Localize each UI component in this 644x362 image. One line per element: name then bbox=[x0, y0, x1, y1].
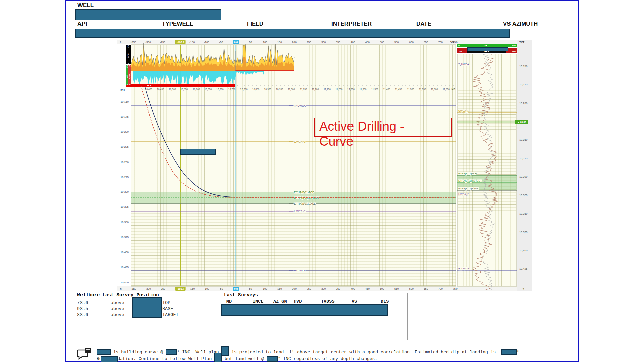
vs-tick-label: -100 bbox=[204, 41, 209, 44]
tvd-tick-label: 10,425 bbox=[117, 266, 129, 269]
header-label-date: DATE bbox=[416, 21, 431, 27]
md-tick-label: 10,400 bbox=[145, 88, 152, 90]
tvt-depth-label: 10,425 bbox=[519, 267, 527, 270]
vs-marker-0.8: 0.8 bbox=[233, 287, 239, 291]
vs-tick-label: 750 bbox=[453, 287, 457, 290]
gamc-strip-scale-min: 0 bbox=[129, 84, 131, 85]
md-tick-label: 11,150 bbox=[324, 88, 331, 90]
survey-position-redaction bbox=[132, 297, 162, 318]
gr-scale-max: 200 bbox=[512, 44, 516, 47]
tvd-tick-label: 10,450 bbox=[117, 281, 129, 284]
md-axis-title: MD bbox=[452, 88, 455, 90]
vs-marker-0.8: 0.8 bbox=[233, 40, 239, 44]
last-surveys-col-tvd: TVD bbox=[293, 299, 302, 304]
well-label: WELL bbox=[77, 2, 94, 9]
vs-tick-label: 700 bbox=[438, 287, 443, 290]
vs-tick-label: 50 bbox=[249, 41, 252, 44]
last-surveys-redaction bbox=[221, 304, 388, 316]
vs-tick-label: 650 bbox=[424, 287, 428, 290]
md-tick-label: 11,300 bbox=[360, 88, 367, 90]
comment-line-2: Recommendation: Continue to follow Well … bbox=[97, 355, 377, 362]
table-divider bbox=[215, 293, 215, 340]
well-name-redaction bbox=[75, 9, 221, 20]
tvt-depth-label: 10,200 bbox=[519, 102, 527, 105]
vs-tick-label: 150 bbox=[277, 287, 282, 290]
last-surveys-col-md: MD bbox=[226, 299, 232, 304]
gr-strip-scale-min: 0 bbox=[126, 84, 128, 85]
vs-tick-label: 550 bbox=[394, 287, 399, 290]
vs-tick-label: 200 bbox=[292, 287, 297, 290]
tvt-depth-label: 10,325 bbox=[519, 194, 527, 197]
survey-relation: above bbox=[111, 300, 124, 305]
header-label-field: FIELD bbox=[247, 21, 263, 27]
gr-strip-scale: 250GR0 bbox=[126, 65, 128, 85]
comment-icon[interactable] bbox=[77, 347, 92, 361]
type-log-track[interactable] bbox=[457, 54, 517, 287]
survey-reference: TARGET bbox=[162, 312, 179, 317]
last-surveys-col-az-gn: AZ GN bbox=[273, 299, 287, 304]
md-tick-label: 11,600 bbox=[431, 88, 438, 90]
cross-section-plot[interactable] bbox=[131, 44, 456, 287]
vs-axis-unit: ft bbox=[120, 41, 121, 44]
tvd-tick-label: 10,400 bbox=[117, 251, 129, 254]
survey-relation: above bbox=[111, 312, 124, 317]
gr-scale-name: GR bbox=[484, 44, 487, 47]
md-tick-label: 11,550 bbox=[419, 88, 426, 90]
vs-tick-label: 500 bbox=[380, 287, 384, 290]
annotation-box[interactable]: Active Drilling - Curve bbox=[314, 118, 452, 137]
rop-scale: 400ROP0 bbox=[126, 45, 131, 64]
header-values-redaction bbox=[75, 29, 510, 38]
annotation-text: Active Drilling - Curve bbox=[319, 119, 521, 149]
last-surveys-col-dls: DLS bbox=[381, 299, 389, 304]
comment-redaction bbox=[101, 356, 118, 362]
tvd-tick-label: 10,200 bbox=[117, 130, 129, 133]
comment-redaction bbox=[501, 349, 517, 355]
vs-tick-label: -350 bbox=[131, 41, 136, 44]
vs-tick-label: 350 bbox=[336, 41, 340, 44]
vs-tick-label: 100 bbox=[263, 287, 267, 290]
tvt-depth-label: 10,300 bbox=[519, 175, 527, 178]
rop-scale-min: 0 bbox=[127, 63, 129, 64]
geosteering-app: WELL 0 GR 200 -10 GRS 190 T_UWCAUWCA_1ET… bbox=[0, 0, 644, 362]
tvt-depth-label: 10,150 bbox=[519, 65, 527, 68]
comment-text: ° INC regardless of any depth changes. bbox=[278, 356, 377, 361]
last-surveys-title: Last Surveys bbox=[224, 292, 258, 298]
tvt-depth-label: 10,375 bbox=[519, 231, 527, 234]
vs-tick-label: 100 bbox=[263, 41, 267, 44]
vs-marker--188.7: -188.7 bbox=[175, 40, 186, 44]
vs-tick-label: -50 bbox=[219, 41, 223, 44]
gamc-strip-scale: 90GAMC0 bbox=[128, 65, 131, 85]
vs-tick-label: -300 bbox=[145, 287, 151, 290]
vs-tick-label: -50 bbox=[219, 287, 223, 290]
md-tick-label: 10,550 bbox=[181, 88, 188, 90]
last-surveys: Last Surveys MDINCLAZ GNTVDTVDSSVSDLS bbox=[221, 292, 396, 322]
md-tick-label: 10,950 bbox=[276, 88, 283, 90]
vs-axis-unit: ft bbox=[120, 287, 121, 290]
md-tick-label: 11,250 bbox=[347, 88, 355, 90]
md-tick-label: 11,650 bbox=[443, 88, 450, 90]
comment-divider bbox=[77, 344, 568, 344]
tvd-tick-label: 10,275 bbox=[117, 176, 129, 179]
tvd-tick-label: 10,150 bbox=[117, 100, 129, 103]
tvd-tick-label: 10,300 bbox=[117, 190, 129, 193]
chart-label-redaction bbox=[180, 149, 216, 155]
md-tick-label: 10,500 bbox=[169, 88, 176, 90]
comment-text: is projected to land ~1' above target ce… bbox=[229, 350, 501, 355]
tvt-depth-label: 10,275 bbox=[519, 157, 527, 160]
tvt-axis-unit: ft bbox=[523, 287, 524, 290]
header-label-api: API bbox=[77, 21, 87, 27]
survey-reference: BASE bbox=[162, 306, 173, 311]
md-tick-label: 10,450 bbox=[157, 88, 164, 90]
tvd-tick-label: 10,225 bbox=[117, 145, 129, 148]
tvt-depth-gutter bbox=[517, 40, 532, 291]
tvd-tick-label: 10,325 bbox=[117, 205, 129, 208]
md-tick-label: 11,450 bbox=[395, 88, 402, 90]
grs-scale-max: 190 bbox=[512, 50, 516, 53]
vs-tick-label: -150 bbox=[189, 41, 195, 44]
md-tick-label: 10,900 bbox=[264, 88, 271, 90]
tvt-depth-label: 10,400 bbox=[519, 249, 527, 252]
bit-depth-marker-value: 89.86 bbox=[520, 121, 526, 123]
vs-tick-label: 700 bbox=[438, 41, 443, 44]
md-tick-label: 10,800 bbox=[240, 88, 247, 90]
comment-redaction bbox=[97, 349, 111, 355]
